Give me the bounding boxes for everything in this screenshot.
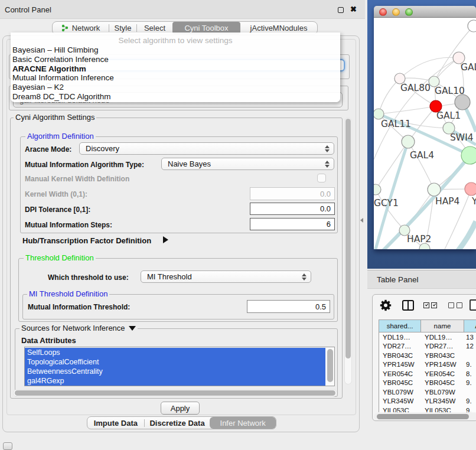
splitter-collapse-arrow[interactable] bbox=[360, 218, 363, 223]
algorithm-popup-item[interactable]: Mutual Information Inference bbox=[11, 73, 340, 83]
kernel-width-input[interactable]: 0.0 bbox=[250, 187, 335, 200]
data-attributes-list[interactable]: SelfLoopsTopologicalCoefficientBetweenne… bbox=[24, 347, 335, 386]
aracne-mode-combo[interactable]: Discovery bbox=[79, 142, 334, 155]
minimize-traffic-light[interactable] bbox=[392, 8, 400, 16]
network-node-HAP4[interactable] bbox=[428, 183, 441, 196]
mi-threshold-input[interactable]: 0.5 bbox=[247, 300, 330, 313]
network-edge[interactable] bbox=[379, 79, 400, 114]
algorithm-popup-item[interactable]: Bayesian – Hill Climbing bbox=[11, 45, 340, 55]
network-edge[interactable] bbox=[379, 106, 436, 114]
algorithm-popup-item[interactable]: Basic Correlation Inference bbox=[11, 55, 340, 64]
data-attribute-item[interactable]: SelfLoops bbox=[25, 348, 325, 357]
network-node-label: HAP2 bbox=[407, 234, 431, 244]
dpi-tolerance-label: DPI Tolerance [0,1]: bbox=[25, 206, 90, 214]
bottom-tab-infer-network[interactable]: Infer Network bbox=[210, 417, 276, 429]
close-icon[interactable]: ✖ bbox=[350, 5, 357, 14]
combo-arrows-icon bbox=[325, 161, 330, 168]
data-attribute-item-partial[interactable] bbox=[25, 386, 325, 386]
sources-group-title[interactable]: Sources for Network Inference bbox=[19, 324, 138, 332]
table-row[interactable]: YPR145WYPR145W9. bbox=[379, 360, 476, 370]
deselect-all-icon[interactable] bbox=[448, 302, 462, 308]
table-hscrollbar-thumb[interactable] bbox=[377, 414, 469, 419]
network-canvas[interactable]: GAL7GAL80GAL10GAL1GAL11SWI4GAL4GCY1HAP4Y… bbox=[374, 18, 476, 249]
table-panel-title: Table Panel bbox=[377, 275, 419, 284]
columns-icon[interactable] bbox=[402, 300, 414, 311]
sources-collapse-arrow-icon bbox=[129, 326, 136, 331]
settings-hscrollbar-track[interactable] bbox=[13, 389, 337, 397]
table-panel-header: Table Panel bbox=[367, 270, 476, 289]
network-node-GCY1[interactable] bbox=[374, 184, 381, 195]
manual-kernel-label: Manual Kernel Width Definition bbox=[25, 175, 129, 183]
manual-kernel-checkbox[interactable] bbox=[317, 174, 326, 182]
network-node-label: YB bbox=[471, 196, 476, 207]
table-row[interactable]: YER054CYER054C8. bbox=[379, 369, 476, 379]
select-all-icon[interactable] bbox=[423, 302, 437, 308]
aracne-mode-label: Aracne Mode: bbox=[25, 145, 71, 154]
network-edge[interactable] bbox=[408, 142, 434, 190]
settings-hscrollbar-thumb[interactable] bbox=[15, 390, 335, 396]
table-row[interactable]: YDR27…YDR27…12 bbox=[379, 342, 476, 351]
table-hscrollbar-track[interactable] bbox=[374, 413, 476, 420]
hub-expand-arrow-icon[interactable] bbox=[163, 236, 168, 243]
table-row[interactable]: YIL053CYIL053C9. bbox=[379, 406, 476, 412]
threshold-definition-group-title: Threshold Definition bbox=[24, 254, 96, 262]
mi-type-combo[interactable]: Naive Bayes bbox=[161, 158, 334, 170]
data-attribute-item[interactable]: TopologicalCoefficient bbox=[25, 357, 325, 367]
table-row[interactable]: YLR345WYLR345W9. bbox=[379, 397, 476, 406]
network-node-label: GAL7 bbox=[461, 62, 476, 73]
table-column-header[interactable]: A bbox=[464, 319, 476, 332]
close-traffic-light[interactable] bbox=[379, 8, 387, 16]
algorithm-definition-group-title: Algorithm Definition bbox=[25, 132, 96, 141]
new-table-icon[interactable] bbox=[470, 299, 476, 311]
bottom-tab-impute-data[interactable]: Impute Data bbox=[87, 417, 144, 429]
network-window-titlebar[interactable] bbox=[374, 6, 476, 18]
network-node-GAL11[interactable] bbox=[374, 109, 384, 119]
network-node[interactable] bbox=[455, 94, 470, 110]
table-row[interactable]: YBR045CYBR045C9. bbox=[379, 379, 476, 388]
network-node-label: SWI4 bbox=[450, 132, 474, 143]
table-row[interactable]: YDL19…YDL19…13 bbox=[379, 332, 476, 342]
settings-vscrollbar-track[interactable] bbox=[344, 118, 352, 384]
kernel-width-label: Kernel Width (0,1): bbox=[25, 190, 87, 198]
network-node-label: GAL10 bbox=[435, 86, 465, 96]
dpi-tolerance-input[interactable]: 0.0 bbox=[250, 203, 335, 215]
algorithm-popup-item[interactable]: Bayesian – K2 bbox=[11, 83, 340, 92]
table-column-header[interactable]: name bbox=[421, 319, 464, 332]
control-panel-title: Control Panel bbox=[5, 5, 51, 14]
network-node-label: GAL80 bbox=[400, 83, 431, 93]
network-window: GAL7GAL80GAL10GAL1GAL11SWI4GAL4GCY1HAP4Y… bbox=[374, 6, 476, 249]
data-attribute-item[interactable]: BetweennessCentrality bbox=[25, 367, 325, 376]
bottom-tab-discretize-data[interactable]: Discretize Data bbox=[145, 417, 210, 429]
algorithm-popup-item[interactable]: ARACNE Algorithm bbox=[11, 64, 340, 74]
combo-arrows-icon bbox=[302, 273, 307, 281]
network-node[interactable] bbox=[461, 146, 476, 164]
table-row[interactable]: YBR043CYBR043C bbox=[379, 351, 476, 360]
table-row[interactable]: YBL079WYBL079W bbox=[379, 387, 476, 397]
which-threshold-combo[interactable]: MI Threshold bbox=[141, 270, 311, 283]
mi-steps-input[interactable]: 6 bbox=[250, 218, 335, 230]
network-node-label: GAL1 bbox=[436, 110, 461, 121]
network-edge[interactable] bbox=[376, 142, 408, 190]
network-node[interactable] bbox=[465, 182, 476, 195]
network-tab-icon bbox=[61, 24, 69, 32]
gear-icon[interactable] bbox=[380, 299, 392, 311]
cyni-settings-group-title: Cyni Algorithm Settings bbox=[14, 113, 96, 122]
algorithm-popup-item[interactable]: Dream8 DC_TDC Algorithm bbox=[11, 92, 340, 102]
settings-vscrollbar-thumb[interactable] bbox=[345, 119, 351, 358]
apply-button[interactable]: Apply bbox=[161, 402, 200, 415]
network-edge-highlighted[interactable] bbox=[438, 221, 476, 249]
network-edge[interactable] bbox=[434, 26, 474, 81]
data-attribute-item[interactable]: gal4RGexp bbox=[25, 376, 325, 386]
network-edge[interactable] bbox=[400, 57, 459, 79]
attributes-scrollbar-thumb[interactable] bbox=[327, 349, 333, 382]
corner-window-icon[interactable] bbox=[3, 442, 12, 450]
bottom-tab-bar: Impute Data Discretize Data Infer Networ… bbox=[87, 416, 276, 429]
table-column-header[interactable]: shared... bbox=[379, 319, 421, 332]
algorithm-popup: Select algorithm to view settings Bayesi… bbox=[11, 32, 340, 102]
network-node-GAL4[interactable] bbox=[402, 135, 415, 148]
hub-definition-label[interactable]: Hub/Transcription Factor Definition bbox=[22, 236, 151, 245]
float-icon[interactable] bbox=[338, 7, 344, 13]
zoom-traffic-light[interactable] bbox=[405, 8, 413, 16]
mi-threshold-group-title: MI Threshold Definition bbox=[27, 290, 109, 298]
network-node[interactable] bbox=[468, 20, 476, 32]
